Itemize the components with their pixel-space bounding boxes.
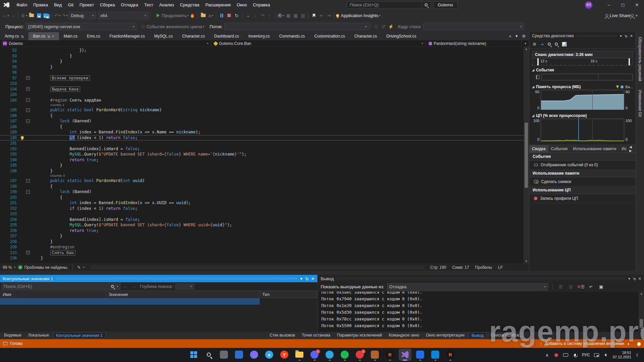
document-tab[interactable]: Ems.cs [82, 32, 105, 40]
pin-icon[interactable]: ⚲ [46, 34, 51, 39]
filter-icon[interactable]: ▽ [372, 22, 380, 31]
search-icon[interactable] [111, 285, 114, 288]
redo-icon[interactable]: ↷▾ [61, 11, 68, 19]
code-line[interactable]: 207} [0, 233, 524, 239]
code-line[interactable]: 200{ [0, 195, 524, 200]
memory-chart[interactable] [541, 90, 624, 110]
pin-icon[interactable]: ⚲ [20, 34, 25, 39]
menu-item[interactable]: Git [65, 1, 76, 9]
word-wrap-icon[interactable]: ↵ [587, 283, 595, 291]
close-icon[interactable]: ✕ [311, 276, 315, 281]
code-line[interactable]: 103 [0, 81, 524, 86]
ragemp-icon[interactable]: R [384, 349, 396, 361]
output-log[interactable]: Поток 0x5aec завершился с кодом 0 (0x0).… [318, 292, 644, 332]
ragemp-updater-icon[interactable]: R [444, 349, 457, 361]
menu-item[interactable]: Сборка [97, 1, 118, 9]
output-vertical-scrollbar[interactable]: ▲ ▼ [639, 292, 644, 332]
configuration-dropdown[interactable]: Debug▾ [68, 12, 96, 19]
code-line[interactable]: 192Banned[index].isHard = false; [0, 146, 524, 152]
menu-item[interactable]: Окно [234, 1, 250, 9]
menu-item[interactable]: Расширения [202, 1, 234, 9]
cpu-section-header[interactable]: ◢ЦП (% всех процессоров) [529, 111, 636, 119]
diagnostics-tab[interactable]: Использование памяти [570, 145, 619, 153]
editor-horizontal-scrollbar[interactable] [91, 265, 424, 269]
code-line[interactable]: 184−#region Снять хардбан [0, 98, 524, 103]
window-layout-icon[interactable] [3, 342, 7, 345]
tray-mic-icon[interactable] [573, 354, 578, 356]
pin-icon[interactable]: ⚲ [304, 276, 310, 281]
menu-item[interactable]: Анализ [156, 1, 177, 9]
open-folder-icon[interactable] [28, 11, 35, 19]
search-depth-dropdown[interactable]: ▾ [175, 284, 194, 290]
search-prev-icon[interactable]: ← [123, 284, 129, 289]
bottom-tab[interactable]: Точки останова [299, 332, 333, 339]
code-line[interactable]: 183 [0, 92, 524, 98]
document-tab[interactable]: Dashboard.cs [209, 32, 244, 40]
settings-gear-icon[interactable]: ⚙ [533, 42, 536, 47]
editor-vertical-scrollbar[interactable]: ▲ ▼ [524, 47, 529, 263]
document-tab[interactable]: Character.cs [177, 32, 209, 40]
split-editor-button[interactable]: + [522, 40, 529, 47]
start-icon[interactable] [187, 349, 200, 361]
winrar-icon[interactable] [369, 349, 381, 361]
tray-volume-icon[interactable] [603, 354, 609, 356]
window-menu-icon[interactable]: ▾ [628, 277, 630, 281]
step-into-icon[interactable]: ↓ [251, 11, 259, 19]
add-collaborator-icon[interactable]: + [631, 11, 638, 19]
bottom-tab[interactable]: Командное окно [386, 332, 422, 339]
code-line[interactable]: 191 [0, 140, 524, 146]
code-line[interactable]: 210+Снять бан [0, 250, 524, 256]
tab-scroll-arrows[interactable]: ◀ ▶ [629, 145, 636, 153]
code-editor[interactable]: 52});53}54}55}5657+Всякие проверки103104… [0, 47, 529, 263]
tab-list-icon[interactable]: ▼ [515, 34, 519, 39]
avatar[interactable]: ВЛ [585, 1, 592, 9]
zoom-in-icon[interactable] [548, 43, 551, 46]
continue-button[interactable]: Продолжить▾ [157, 11, 189, 19]
snapshot-window-icon[interactable]: ⌂▾ [207, 11, 214, 19]
code-line[interactable]: 205MySQL.Query($"UPDATE banned SET ishar… [0, 222, 524, 228]
focus-assist-moon-icon[interactable]: ☾ [635, 353, 641, 358]
save-all-icon[interactable] [43, 11, 50, 19]
toggle-output-icon[interactable]: ▣ [597, 283, 605, 291]
code-line[interactable]: 209#endregion [0, 244, 524, 250]
hot-reload-icon[interactable] [189, 11, 196, 19]
close-icon[interactable]: ✕ [638, 277, 641, 281]
watch-column-header[interactable]: Тип [260, 291, 317, 298]
close-icon[interactable]: × [52, 34, 54, 38]
events-track[interactable] [541, 74, 633, 80]
fold-toggle-icon[interactable]: − [26, 108, 30, 112]
document-tab[interactable]: Army.cs⚲ [0, 32, 29, 40]
live-share-button[interactable]: Live Share [605, 11, 631, 19]
memory-section-header[interactable]: ◢Память процесса (МБ) Ба... [529, 82, 636, 90]
task-view-icon[interactable] [218, 349, 230, 361]
solution-badge[interactable]: Golemo [433, 1, 458, 9]
lifecycle-icon[interactable]: ⚇ [139, 22, 147, 31]
filter-clear-icon[interactable]: ▽̸ [380, 22, 387, 31]
events-section-header[interactable]: ◢События [529, 66, 636, 73]
vscode-icon[interactable] [429, 349, 442, 361]
column-indicator[interactable]: Симв: 17 [452, 265, 469, 270]
quick-search-input[interactable]: Поиск (Ctrl+Q) [347, 1, 431, 9]
code-line[interactable]: 194return true; [0, 157, 524, 163]
watch-search-input[interactable]: Поиск (Ctrl+E) ▾ [1, 283, 120, 290]
edit-indicator-icon[interactable]: ✎▾ [77, 265, 84, 270]
code-line[interactable]: 198{ [0, 184, 524, 189]
menu-item[interactable]: Отладка [118, 1, 141, 9]
breakpoints-icon[interactable]: ⦿▾ [277, 11, 284, 19]
next-bookmark-icon[interactable]: ⇥ [325, 11, 332, 19]
spotify-icon[interactable] [338, 349, 351, 361]
save-icon[interactable] [35, 11, 43, 19]
application-insights-button[interactable]: Application Insights▾ [336, 11, 380, 19]
flag-threads-icon[interactable]: ⚡ [387, 22, 394, 31]
scroll-tabs-icon[interactable]: « [509, 34, 512, 39]
code-line[interactable]: 189int index = Banned.FindIndex(x => x.N… [0, 129, 524, 135]
menu-item[interactable]: Проект [76, 1, 97, 9]
code-line[interactable]: 196} [0, 168, 524, 174]
stop-debugging-icon[interactable] [225, 11, 233, 19]
code-line[interactable]: 204Banned[index].isHard = false; [0, 217, 524, 223]
code-line[interactable]: 53} [0, 53, 524, 59]
editor-options-gear-icon[interactable]: ⚙ [522, 34, 526, 39]
zoom-dropdown[interactable]: 99 %▾ [3, 265, 15, 270]
diagnostics-timeline[interactable]: 12 с 16 с [532, 58, 633, 66]
code-line[interactable]: 187−lock (Banned) [0, 118, 524, 124]
